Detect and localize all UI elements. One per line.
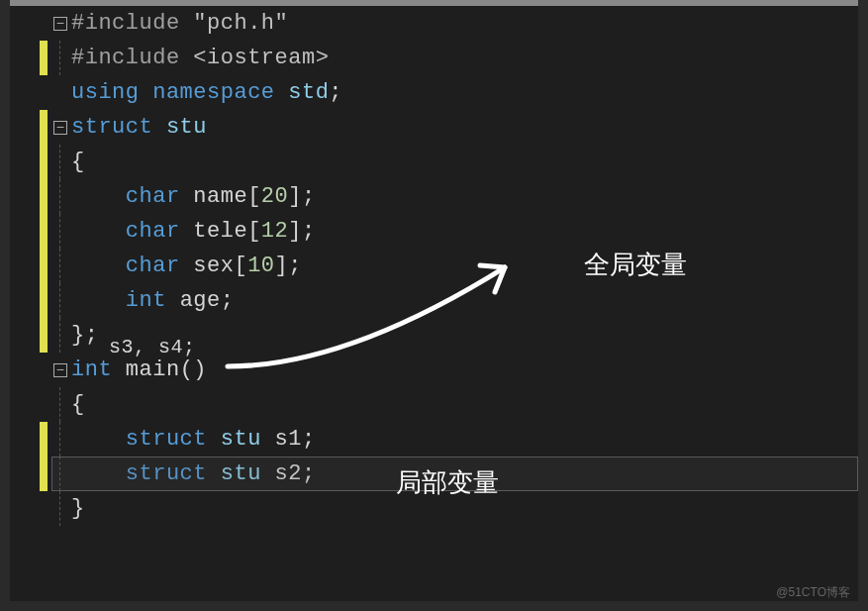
fold-icon[interactable]: −: [53, 17, 67, 31]
code-line[interactable]: char sex[10];: [10, 249, 858, 283]
keyword: struct: [126, 461, 221, 486]
type: stu: [221, 461, 275, 486]
include-angle: <iostream>: [193, 46, 329, 70]
identifier: std: [288, 80, 329, 105]
type: int: [126, 288, 180, 313]
change-marker: [40, 318, 48, 353]
keyword: namespace: [152, 80, 288, 105]
punct: ;: [221, 288, 235, 313]
bracket: [: [247, 219, 261, 244]
identifier: age: [180, 288, 221, 313]
identifier: s2: [275, 461, 302, 486]
fold-icon[interactable]: −: [53, 121, 67, 135]
indent-guide: [59, 491, 60, 526]
indent-guide: [59, 457, 60, 491]
code-line[interactable]: struct stu s1;: [10, 422, 858, 457]
change-marker: [40, 110, 48, 145]
type: char: [126, 254, 194, 278]
code-line[interactable]: {: [10, 145, 858, 179]
identifier: s1: [275, 427, 302, 452]
type: char: [126, 184, 194, 209]
indent-guide: [59, 422, 60, 457]
punct: ;: [302, 427, 316, 452]
change-marker: [40, 457, 48, 491]
identifier: sex: [193, 254, 234, 278]
keyword: using: [71, 80, 152, 105]
indent-guide: [59, 249, 60, 283]
identifier: tele: [193, 219, 247, 244]
punct: ;: [302, 461, 316, 486]
indent-guide: [59, 387, 60, 422]
change-marker: [40, 422, 48, 457]
number: 12: [261, 219, 288, 244]
change-marker: [40, 249, 48, 283]
bracket: ];: [288, 184, 315, 209]
identifier: stu: [166, 115, 207, 140]
indent-guide: [59, 214, 60, 249]
code-line[interactable]: #include <iostream>: [10, 41, 858, 75]
indent-guide: [59, 283, 60, 318]
brace: {: [71, 150, 85, 174]
brace: }: [71, 496, 85, 521]
code-line[interactable]: using namespace std;: [10, 75, 858, 110]
code-line[interactable]: }: [10, 491, 858, 526]
brace: };: [71, 323, 98, 348]
type: char: [126, 219, 194, 244]
fold-icon[interactable]: −: [53, 363, 67, 377]
code-line[interactable]: − #include "pch.h": [10, 6, 858, 41]
brace: {: [71, 392, 85, 417]
keyword: struct: [71, 115, 166, 140]
identifier: main: [126, 357, 180, 382]
indent-guide: [59, 179, 60, 214]
bracket: [: [247, 184, 261, 209]
code-line[interactable]: char tele[12];: [10, 214, 858, 249]
change-marker: [40, 145, 48, 179]
indent-guide: [59, 318, 60, 353]
preproc: #include: [71, 46, 193, 70]
bracket: ];: [288, 219, 315, 244]
code-line[interactable]: char name[20];: [10, 179, 858, 214]
identifier: name: [193, 184, 247, 209]
change-marker: [40, 179, 48, 214]
bracket: ];: [275, 254, 302, 278]
code-line[interactable]: }; s3, s4;: [10, 318, 858, 353]
change-marker: [40, 214, 48, 249]
indent-guide: [59, 41, 60, 75]
code-editor[interactable]: − #include "pch.h" #include <iostream> u…: [10, 0, 858, 601]
type: stu: [221, 427, 275, 452]
code-line[interactable]: − struct stu: [10, 110, 858, 145]
string: "pch.h": [193, 11, 288, 36]
preproc: #include: [71, 11, 193, 36]
keyword: struct: [126, 427, 221, 452]
watermark: @51CTO博客: [776, 584, 850, 601]
bracket: [: [234, 254, 247, 278]
change-marker: [40, 283, 48, 318]
paren: (): [180, 357, 207, 382]
number: 20: [261, 184, 288, 209]
indent-guide: [59, 145, 60, 179]
change-marker: [40, 41, 48, 75]
number: 10: [247, 254, 274, 278]
code-line[interactable]: int age;: [10, 283, 858, 318]
code-line[interactable]: struct stu s2;: [10, 457, 858, 491]
type: int: [71, 357, 126, 382]
code-line[interactable]: {: [10, 387, 858, 422]
code-line[interactable]: − int main(): [10, 353, 858, 387]
punct: ;: [329, 80, 342, 105]
